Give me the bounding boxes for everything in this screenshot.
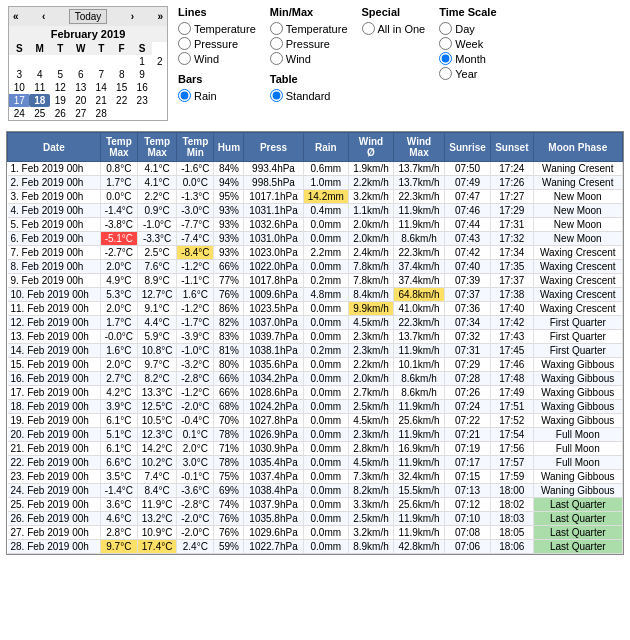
cal-day[interactable]: 28 <box>91 107 111 120</box>
cal-day[interactable]: 23 <box>132 94 152 107</box>
lines-pressure[interactable]: Pressure <box>178 37 256 50</box>
cell-tmin: -1.0°C <box>177 344 214 358</box>
cell-tmax2: 8.2°C <box>137 372 176 386</box>
lines-wind[interactable]: Wind <box>178 52 256 65</box>
cell-sunrise: 07:29 <box>445 358 491 372</box>
cal-day <box>111 107 131 120</box>
cell-tmax2: -3.3°C <box>137 232 176 246</box>
cell-tmin: -7.4°C <box>177 232 214 246</box>
cell-hum: 78% <box>214 428 244 442</box>
cal-day[interactable]: 27 <box>70 107 90 120</box>
cal-day[interactable]: 2 <box>152 55 167 68</box>
cell-hum: 93% <box>214 232 244 246</box>
cell-tmax2: 12.3°C <box>137 428 176 442</box>
cell-press: 1031.0hPa <box>244 232 303 246</box>
cell-tmax2: 13.2°C <box>137 512 176 526</box>
cell-wind: 8.9km/h <box>349 540 394 554</box>
cell-tmin: -1.2°C <box>177 260 214 274</box>
cell-wind: 1.1km/h <box>349 204 394 218</box>
calendar-month-year: February 2019 <box>9 26 167 42</box>
cal-day[interactable]: 9 <box>132 68 152 81</box>
cell-sunrise: 07:10 <box>445 512 491 526</box>
cell-tmax1: -3.8°C <box>100 218 137 232</box>
cell-tmax2: 0.9°C <box>137 204 176 218</box>
cal-day[interactable]: 6 <box>70 68 90 81</box>
cal-day[interactable]: 18 <box>29 94 49 107</box>
cell-sunrise: 07:28 <box>445 372 491 386</box>
prev-week-btn[interactable]: ‹ <box>42 11 45 22</box>
cal-day[interactable]: 15 <box>111 81 131 94</box>
timescale-week[interactable]: Week <box>439 37 496 50</box>
cell-moon: Waxing Gibbous <box>533 358 622 372</box>
next-week-btn[interactable]: › <box>131 11 134 22</box>
cell-rain: 0.0mm <box>303 456 349 470</box>
cal-day[interactable]: 26 <box>50 107 70 120</box>
cal-day[interactable]: 1 <box>132 55 152 68</box>
cell-windmax: 32.4km/h <box>393 470 444 484</box>
cal-day[interactable]: 24 <box>9 107 29 120</box>
today-button[interactable]: Today <box>69 9 108 24</box>
cell-hum: 86% <box>214 302 244 316</box>
table-standard[interactable]: Standard <box>270 89 348 102</box>
cell-date: 27. Feb 2019 00h <box>8 526 101 540</box>
bars-rain[interactable]: Rain <box>178 89 256 102</box>
minmax-pressure[interactable]: Pressure <box>270 37 348 50</box>
cell-rain: 0.0mm <box>303 386 349 400</box>
cal-day[interactable]: 21 <box>91 94 111 107</box>
cell-wind: 2.2km/h <box>349 358 394 372</box>
cell-rain: 0.0mm <box>303 470 349 484</box>
cell-windmax: 42.8km/h <box>393 540 444 554</box>
cal-day[interactable]: 12 <box>50 81 70 94</box>
lines-group: Lines Temperature Pressure Wind Bars Rai… <box>178 6 256 102</box>
cell-sunset: 17:42 <box>491 316 533 330</box>
timescale-month[interactable]: Month <box>439 52 496 65</box>
controls: Lines Temperature Pressure Wind Bars Rai… <box>178 6 622 102</box>
cell-windmax: 25.6km/h <box>393 498 444 512</box>
timescale-year[interactable]: Year <box>439 67 496 80</box>
cell-date: 7. Feb 2019 00h <box>8 246 101 260</box>
cell-wind: 2.3km/h <box>349 344 394 358</box>
cal-day[interactable]: 4 <box>29 68 49 81</box>
cal-day[interactable]: 3 <box>9 68 29 81</box>
cell-sunset: 17:32 <box>491 232 533 246</box>
minmax-temperature[interactable]: Temperature <box>270 22 348 35</box>
cal-day[interactable]: 20 <box>70 94 90 107</box>
cal-day[interactable]: 22 <box>111 94 131 107</box>
cell-moon: New Moon <box>533 190 622 204</box>
cell-rain: 2.2mm <box>303 246 349 260</box>
cell-tmax1: 6.1°C <box>100 414 137 428</box>
timescale-day[interactable]: Day <box>439 22 496 35</box>
cal-day[interactable]: 16 <box>132 81 152 94</box>
cell-moon: First Quarter <box>533 344 622 358</box>
cal-day[interactable]: 25 <box>29 107 49 120</box>
cell-tmax2: 2.5°C <box>137 246 176 260</box>
cal-day[interactable]: 19 <box>50 94 70 107</box>
day-header-w: W <box>70 42 90 55</box>
cal-day[interactable]: 17 <box>9 94 29 107</box>
cal-day[interactable]: 8 <box>111 68 131 81</box>
cell-sunrise: 07:37 <box>445 288 491 302</box>
cal-day[interactable]: 5 <box>50 68 70 81</box>
cal-day[interactable]: 11 <box>29 81 49 94</box>
cal-day[interactable]: 10 <box>9 81 29 94</box>
cal-day[interactable]: 13 <box>70 81 90 94</box>
cell-moon: Waxing Crescent <box>533 274 622 288</box>
cell-windmax: 8.6km/h <box>393 232 444 246</box>
special-allinone[interactable]: All in One <box>362 22 426 35</box>
cal-day[interactable]: 14 <box>91 81 111 94</box>
th-date: Date <box>8 133 101 162</box>
cell-date: 21. Feb 2019 00h <box>8 442 101 456</box>
lines-temperature[interactable]: Temperature <box>178 22 256 35</box>
cell-moon: First Quarter <box>533 316 622 330</box>
minmax-wind[interactable]: Wind <box>270 52 348 65</box>
cell-sunrise: 07:50 <box>445 162 491 176</box>
cal-day[interactable]: 7 <box>91 68 111 81</box>
cell-rain: 14.2mm <box>303 190 349 204</box>
cell-tmax1: 1.7°C <box>100 176 137 190</box>
next-month-btn[interactable]: » <box>157 11 163 22</box>
cell-tmax1: 2.7°C <box>100 372 137 386</box>
cell-windmax: 22.3km/h <box>393 190 444 204</box>
prev-month-btn[interactable]: « <box>13 11 19 22</box>
table-title: Table <box>270 73 348 85</box>
cell-wind: 2.4km/h <box>349 246 394 260</box>
